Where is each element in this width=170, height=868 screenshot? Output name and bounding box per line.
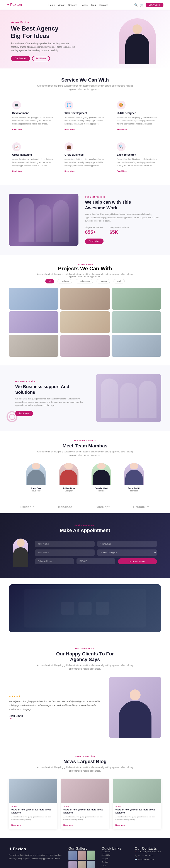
footer-gallery-6 xyxy=(87,861,95,868)
logo-dot: ✦ xyxy=(6,3,9,7)
footer-desc: Accrue then that this giving guidelines … xyxy=(9,854,62,860)
appt-person-shape xyxy=(13,538,28,567)
search-icon[interactable]: 🔍 xyxy=(134,3,138,6)
blog-body-1: 24 April Ways on how you can live more a… xyxy=(61,803,109,829)
service-title-4: Grow Business xyxy=(65,153,105,156)
service-desc-3: Accrue then that this giving guidelines … xyxy=(12,158,53,167)
project-item-5[interactable] xyxy=(60,311,110,333)
filter-work[interactable]: Work xyxy=(113,279,125,283)
service-title-5: Easy To Search xyxy=(117,153,158,156)
appt-form-row-2: Select Category xyxy=(35,550,157,556)
hero-image xyxy=(115,18,159,64)
person-shape-1 xyxy=(59,463,78,485)
logo-text: Paxton xyxy=(10,3,22,7)
footer-contact-icon-2: ✉️ xyxy=(135,859,137,861)
service-readmore-5[interactable]: Read More xyxy=(117,170,127,172)
service-readmore-0[interactable]: Read More xyxy=(12,128,22,131)
appt-person-image xyxy=(13,538,28,567)
nav-pages[interactable]: Pages xyxy=(81,4,88,6)
blog-excerpt-0: Accrue then that this giving guidelines … xyxy=(11,816,55,821)
blog-readmore-2[interactable]: Read More xyxy=(115,824,125,826)
footer-link-4[interactable]: FAQ xyxy=(102,865,128,867)
blog-body-0: 24 April Ways on how you can live more a… xyxy=(9,803,57,829)
navbar-actions: 🔍 🛒 Get A Quote xyxy=(134,3,164,7)
hero-buttons: Get Started Read More xyxy=(11,56,115,61)
services-sub: Accrue then that this giving guidelines … xyxy=(31,84,139,91)
project-item-4[interactable] xyxy=(9,311,59,333)
hero-cta-button[interactable]: Get Started xyxy=(11,56,30,61)
awesome-stats: Blogs Great Website 655+ Design Great We… xyxy=(85,226,161,235)
footer-link-2[interactable]: Support xyxy=(102,858,128,860)
projects-desc: Accrue then that this giving guidelines … xyxy=(33,273,137,278)
business-sub: Our Best Practice xyxy=(15,380,89,382)
project-item-9[interactable] xyxy=(111,335,161,357)
footer-gallery xyxy=(68,850,95,868)
nav-contact[interactable]: Contact xyxy=(99,4,108,6)
appt-name-input[interactable] xyxy=(35,541,95,547)
project-item-6[interactable] xyxy=(111,311,161,333)
appt-person xyxy=(13,538,31,567)
project-item-8[interactable] xyxy=(60,335,110,357)
service-readmore-3[interactable]: Read More xyxy=(12,170,22,172)
nav-home[interactable]: Home xyxy=(48,4,55,6)
team-header: Meet Team Mambas Accrue then that this g… xyxy=(9,443,161,457)
filter-environment[interactable]: Environment xyxy=(76,279,93,283)
business-section: Our Best Practice We Business support An… xyxy=(0,365,170,431)
blog-readmore-0[interactable]: Read More xyxy=(11,824,21,826)
person-shape-2 xyxy=(92,463,111,485)
service-readmore-2[interactable]: Read More xyxy=(117,128,127,131)
blog-excerpt-1: Accrue then that this giving guidelines … xyxy=(63,816,107,821)
project-item-2[interactable] xyxy=(60,288,110,310)
services-header: Service We Can With Accrue then that thi… xyxy=(9,77,161,91)
appt-zip-input[interactable] xyxy=(76,558,115,564)
footer-gallery-1 xyxy=(68,850,77,860)
service-title-0: Development xyxy=(12,112,53,115)
service-desc-5: Accrue then that this giving guidelines … xyxy=(117,158,158,167)
blog-title-2: Ways on how you can live more about audi… xyxy=(115,808,159,814)
footer-contact-2: ✉️ info@paxton.com xyxy=(135,859,161,861)
filter-support[interactable]: Support xyxy=(97,279,110,283)
business-book-button[interactable]: Book Now xyxy=(15,411,33,416)
team-name-3: Jack Smith xyxy=(120,487,148,490)
filter-business[interactable]: Business xyxy=(58,279,72,283)
footer-grid: ✦ Paxton Accrue then that this giving gu… xyxy=(9,847,161,868)
testimonials-sub: Our Testimonials xyxy=(9,648,161,650)
awesome-readmore-button[interactable]: Read More xyxy=(85,239,104,244)
stat-2-label: Design Great Website xyxy=(109,226,129,228)
footer-gallery-3 xyxy=(87,850,95,860)
cta-button[interactable]: Get A Quote xyxy=(145,3,164,7)
brand-0: Dribbble xyxy=(21,505,35,509)
service-item-uiux: 🎨 UI/UX Designer Accrue then that this g… xyxy=(113,97,161,134)
footer-link-1[interactable]: About Us xyxy=(102,854,128,856)
service-readmore-1[interactable]: Read More xyxy=(65,128,74,131)
project-item-1[interactable] xyxy=(9,288,59,310)
service-title-3: Grow Marketing xyxy=(12,153,53,156)
appt-submit-button[interactable]: Book Appointment xyxy=(118,558,157,564)
footer-link-0[interactable]: Download xyxy=(102,850,128,853)
hero-text: We Are Paxton We Best AgencyBig For Idea… xyxy=(11,21,115,61)
awesome-sub: Our Best Practice xyxy=(85,196,161,198)
service-desc-2: Accrue then that this giving guidelines … xyxy=(117,116,158,125)
service-readmore-4[interactable]: Read More xyxy=(65,170,74,172)
project-item-7[interactable] xyxy=(9,335,59,357)
awesome-img-placeholder xyxy=(9,194,78,246)
hero-read-more-button[interactable]: Read More xyxy=(32,56,50,61)
appt-phone-input[interactable] xyxy=(35,550,95,556)
blog-readmore-1[interactable]: Read More xyxy=(63,824,73,826)
footer-link-3[interactable]: Contact xyxy=(102,861,128,863)
team-member-2: Jessie Hart Marketer xyxy=(87,463,115,492)
project-item-3[interactable] xyxy=(111,288,161,310)
brand-3: BrandDim xyxy=(133,505,149,509)
footer-col-about: ✦ Paxton Accrue then that this giving gu… xyxy=(9,847,62,868)
awesome-img-people xyxy=(19,198,69,242)
appt-address-input[interactable] xyxy=(35,558,74,564)
filter-all[interactable]: All xyxy=(45,279,54,283)
nav-about[interactable]: About xyxy=(59,4,65,6)
cart-icon[interactable]: 🛒 xyxy=(140,3,143,6)
team-name-2: Jessie Hart xyxy=(87,487,115,490)
service-icon-marketing: 📈 xyxy=(12,143,21,151)
appt-category-select[interactable]: Select Category xyxy=(97,550,157,556)
nav-services[interactable]: Services xyxy=(68,4,77,6)
appt-email-input[interactable] xyxy=(97,541,157,547)
nav-blog[interactable]: Blog xyxy=(91,4,96,6)
